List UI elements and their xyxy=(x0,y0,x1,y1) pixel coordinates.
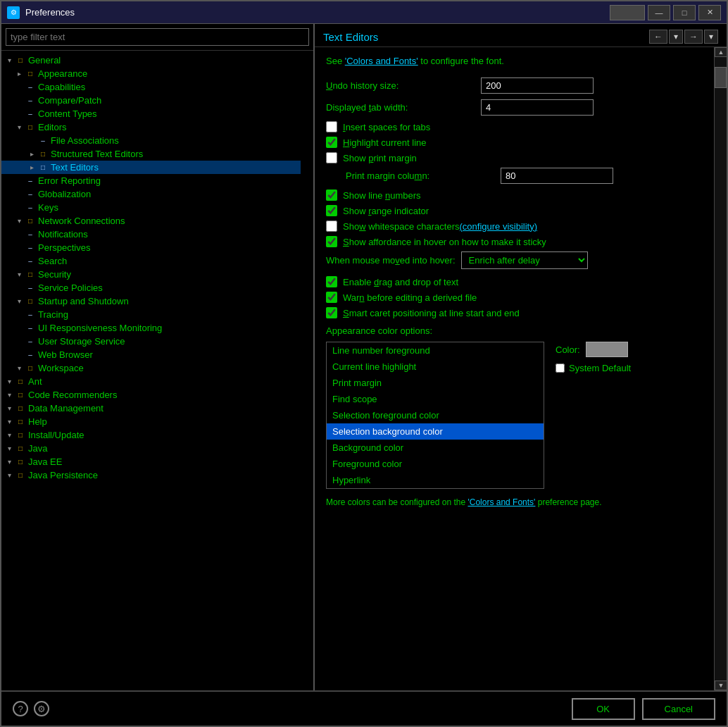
sidebar-item-appearance[interactable]: ▸ □ Appearance xyxy=(1,67,301,80)
sidebar-item-globalization[interactable]: – Globalization xyxy=(1,187,301,201)
sidebar-item-install-update[interactable]: ▾ □ Install/Update xyxy=(1,428,301,442)
preferences-icon[interactable]: ⚙ xyxy=(34,701,49,716)
line-numbers-row: Show line numbers xyxy=(326,189,703,201)
sidebar-item-ui-responsiveness[interactable]: – UI Responsiveness Monitoring xyxy=(1,321,301,335)
mouse-hover-label: When mouse moved into hover: xyxy=(326,255,456,266)
sidebar-item-ant[interactable]: ▾ □ Ant xyxy=(1,375,301,388)
panel-title: Text Editors xyxy=(323,31,378,43)
sidebar-label-globalization: Globalization xyxy=(38,189,91,199)
sidebar-label-web: Web Browser xyxy=(38,349,93,360)
page-icon-notifications: – xyxy=(25,230,35,240)
sidebar-item-editors[interactable]: ▾ □ Editors xyxy=(1,120,301,134)
sidebar-label-structured: Structured Text Editors xyxy=(51,149,143,159)
color-item-selection-bg[interactable]: Selection background color xyxy=(327,423,544,440)
sidebar-item-java-persistence[interactable]: ▾ □ Java Persistence xyxy=(1,468,301,482)
color-item-print-margin[interactable]: Print margin xyxy=(327,375,544,391)
undo-history-row: Undo history size: xyxy=(326,77,703,94)
sidebar-item-search[interactable]: – Search xyxy=(1,254,301,268)
scroll-down-arrow[interactable]: ▼ xyxy=(715,681,727,690)
range-indicator-checkbox[interactable] xyxy=(326,205,337,216)
affordance-checkbox[interactable] xyxy=(326,236,337,247)
sidebar-item-user-storage[interactable]: – User Storage Service xyxy=(1,335,301,348)
scroll-up-arrow[interactable]: ▲ xyxy=(715,47,727,57)
color-item-hyperlink[interactable]: Hyperlink xyxy=(327,472,544,488)
nav-back-button[interactable]: ← xyxy=(649,30,667,44)
expander-capabilities xyxy=(14,82,24,92)
drag-drop-checkbox[interactable] xyxy=(326,276,337,287)
sidebar-item-content-types[interactable]: – Content Types xyxy=(1,107,301,120)
sidebar-item-text-editors[interactable]: ▸ □ Text Editors xyxy=(1,161,301,174)
insert-spaces-checkbox[interactable] xyxy=(326,121,337,132)
sidebar-item-java[interactable]: ▾ □ Java xyxy=(1,442,301,455)
undo-history-input[interactable] xyxy=(481,77,594,94)
page-icon-ui: – xyxy=(25,323,35,333)
system-default-checkbox[interactable] xyxy=(556,364,565,373)
sidebar-item-service-policies[interactable]: – Service Policies xyxy=(1,281,301,294)
sidebar-item-file-assoc[interactable]: – File Associations xyxy=(1,134,301,147)
nav-forward-button[interactable]: → xyxy=(684,30,703,44)
sidebar-label-capabilities: Capabilities xyxy=(38,82,85,92)
appearance-section-label: Appearance color options: xyxy=(326,325,703,336)
expander-text-editors: ▸ xyxy=(27,163,37,173)
sidebar-item-java-ee[interactable]: ▾ □ Java EE xyxy=(1,455,301,468)
color-item-selection-fg[interactable]: Selection foreground color xyxy=(327,407,544,423)
sidebar-item-web-browser[interactable]: – Web Browser xyxy=(1,348,301,361)
sidebar-item-tracing[interactable]: – Tracing xyxy=(1,308,301,321)
highlight-line-checkbox[interactable] xyxy=(326,137,337,148)
sidebar-item-error-reporting[interactable]: – Error Reporting xyxy=(1,174,301,187)
smart-caret-checkbox[interactable] xyxy=(326,307,337,318)
sidebar-item-capabilities[interactable]: – Capabilities xyxy=(1,80,301,94)
mouse-hover-select[interactable]: Enrich after delay Enrich immediately Do… xyxy=(461,251,588,269)
sidebar-item-compare-patch[interactable]: – Compare/Patch xyxy=(1,94,301,107)
maximize-button[interactable]: □ xyxy=(673,5,696,20)
sidebar-item-perspectives[interactable]: – Perspectives xyxy=(1,241,301,254)
color-item-find-scope[interactable]: Find scope xyxy=(327,391,544,407)
warn-derived-row: Warn before editing a derived file xyxy=(326,292,703,303)
sidebar-item-structured-text[interactable]: ▸ □ Structured Text Editors xyxy=(1,147,301,161)
filter-box xyxy=(1,24,313,51)
minimize-button[interactable]: — xyxy=(648,5,670,20)
sidebar-item-workspace[interactable]: ▾ □ Workspace xyxy=(1,361,301,375)
help-icon[interactable]: ? xyxy=(13,701,28,716)
warn-derived-checkbox[interactable] xyxy=(326,292,337,303)
system-default-label: System Default xyxy=(569,363,631,373)
cancel-button[interactable]: Cancel xyxy=(642,698,715,720)
sidebar-item-keys[interactable]: – Keys xyxy=(1,201,301,214)
configure-visibility-link[interactable]: (configure visibility) xyxy=(459,221,537,232)
print-margin-col-input[interactable] xyxy=(501,168,613,184)
colors-fonts-link-bottom[interactable]: 'Colors and Fonts' xyxy=(467,497,535,507)
filter-input[interactable] xyxy=(6,28,309,46)
title-bar: ⚙ Preferences — □ ✕ xyxy=(1,1,727,24)
color-item-background[interactable]: Background color xyxy=(327,440,544,456)
color-item-current-line[interactable]: Current line highlight xyxy=(327,359,544,375)
sidebar-item-data-management[interactable]: ▾ □ Data Management xyxy=(1,402,301,415)
tree-container[interactable]: ▾ □ General ▸ □ Appearance – Capab xyxy=(1,51,313,690)
close-button[interactable]: ✕ xyxy=(698,5,721,20)
print-margin-checkbox[interactable] xyxy=(326,152,337,163)
line-numbers-checkbox[interactable] xyxy=(326,189,337,201)
folder-icon-structured: □ xyxy=(38,149,48,159)
main-content: ▾ □ General ▸ □ Appearance – Capab xyxy=(1,24,727,690)
sidebar-item-network[interactable]: ▾ □ Network Connections xyxy=(1,214,301,228)
scroll-thumb[interactable] xyxy=(715,67,727,88)
smart-caret-label: Smart caret positioning at line start an… xyxy=(343,308,520,318)
color-controls: Color: System Default xyxy=(556,342,631,373)
sidebar-item-general[interactable]: ▾ □ General xyxy=(1,54,301,67)
sidebar-item-code-recommenders[interactable]: ▾ □ Code Recommenders xyxy=(1,388,301,402)
sidebar-item-notifications[interactable]: – Notifications xyxy=(1,228,301,241)
sidebar-item-startup[interactable]: ▾ □ Startup and Shutdown xyxy=(1,294,301,308)
expander-install: ▾ xyxy=(4,430,14,440)
color-item-line-number-fg[interactable]: Line number foreground xyxy=(327,342,544,359)
sidebar-item-help[interactable]: ▾ □ Help xyxy=(1,415,301,428)
nav-forward-dropdown[interactable]: ▾ xyxy=(704,30,718,44)
sidebar-item-security[interactable]: ▾ □ Security xyxy=(1,268,301,281)
tab-width-input[interactable] xyxy=(481,99,594,116)
whitespace-checkbox[interactable] xyxy=(326,220,337,232)
nav-back-dropdown[interactable]: ▾ xyxy=(669,30,683,44)
ok-button[interactable]: OK xyxy=(572,698,635,720)
colors-fonts-link-top[interactable]: 'Colors and Fonts' xyxy=(345,56,418,66)
color-item-foreground[interactable]: Foreground color xyxy=(327,456,544,472)
folder-icon-general: □ xyxy=(15,56,25,66)
color-preview-swatch[interactable] xyxy=(586,342,628,357)
right-scrollbar[interactable]: ▲ ▼ xyxy=(714,47,727,690)
